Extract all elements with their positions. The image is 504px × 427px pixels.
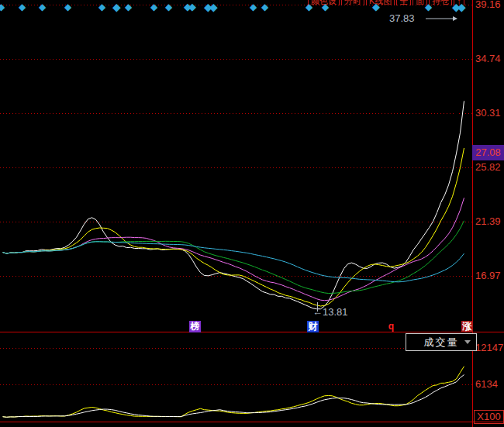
- overlay-shortcut-涨[interactable]: 涨: [461, 321, 473, 332]
- volume-bar: [215, 412, 217, 422]
- volume-bar: [48, 417, 50, 422]
- volume-bar: [381, 406, 384, 422]
- volume-bar: [219, 412, 221, 422]
- volume-bar: [126, 416, 128, 422]
- volume-bar: [444, 385, 446, 422]
- volume-bar: [91, 408, 93, 422]
- volume-bar: [327, 398, 330, 422]
- volume-bar: [459, 350, 461, 422]
- toolbar-button-clipped[interactable]: 持仓: [429, 0, 452, 5]
- volume-bar: [5, 418, 8, 422]
- volume-bar: [242, 414, 244, 422]
- chart-canvas[interactable]: [0, 0, 504, 427]
- marker-diamond-icon: ◆: [457, 2, 466, 12]
- marker-diamond-icon: ◆: [165, 2, 172, 12]
- volume-bar: [347, 405, 349, 422]
- marker-diamond-icon: ◆: [125, 2, 132, 12]
- volume-axis-label: 6134: [475, 379, 498, 390]
- toolbar-button-row: 颜色设分时K线图全面持仓↑: [308, 0, 473, 5]
- volume-bar: [141, 416, 143, 422]
- volume-bar: [114, 414, 116, 422]
- volume-axis-label: 12147: [475, 343, 503, 353]
- volume-bar: [393, 407, 395, 422]
- volume-bar: [98, 412, 101, 422]
- marker-diamond-icon: ◆: [261, 2, 268, 12]
- volume-bar: [288, 406, 291, 422]
- marker-diamond-icon: ◆: [188, 2, 196, 12]
- marker-diamond-icon: ◆: [250, 2, 257, 12]
- volume-bar: [463, 354, 465, 422]
- volume-bar: [2, 417, 4, 422]
- price-axis-label: 30.31: [475, 108, 501, 119]
- volume-bar: [168, 417, 171, 422]
- volume-bar: [378, 405, 380, 422]
- volume-bar: [195, 411, 198, 422]
- marker-diamond-icon: ◆: [322, 2, 329, 12]
- volume-bar: [110, 413, 112, 422]
- volume-bar: [95, 410, 97, 422]
- volume-bar: [129, 416, 132, 422]
- volume-bar: [416, 387, 419, 422]
- volume-bar: [71, 410, 74, 422]
- volume-bar: [172, 417, 174, 422]
- volume-bar: [211, 412, 213, 422]
- volume-indicator-dropdown[interactable]: 成交量: [406, 333, 477, 351]
- volume-bar: [184, 405, 186, 422]
- current-price-tag: 27.08: [472, 145, 504, 160]
- price-axis-label: 21.39: [475, 216, 501, 227]
- marker-diamond-icon: ◆: [64, 2, 71, 12]
- overlay-shortcut-q[interactable]: q: [385, 321, 397, 332]
- overlay-shortcut-榜[interactable]: 榜: [189, 321, 201, 332]
- volume-unit-label: X100: [474, 410, 504, 424]
- volume-bar: [254, 412, 256, 422]
- volume-bar: [223, 413, 225, 422]
- volume-bar: [354, 405, 357, 422]
- volume-bar: [157, 416, 159, 422]
- volume-bar: [432, 381, 434, 422]
- volume-bar: [149, 417, 151, 422]
- volume-bar: [153, 416, 155, 422]
- volume-bar: [67, 412, 70, 422]
- volume-indicator-label: 成交量: [424, 336, 459, 350]
- volume-bar: [447, 380, 450, 422]
- volume-bar: [21, 416, 23, 422]
- marker-diamond-icon: ◆: [39, 2, 46, 12]
- volume-bar: [52, 416, 54, 422]
- toolbar-button-clipped[interactable]: 分时: [341, 0, 364, 5]
- top-toolbar-clipped[interactable]: 颜色设分时K线图全面持仓↑: [308, 0, 473, 5]
- volume-bar: [44, 416, 47, 422]
- toolbar-button-clipped[interactable]: K线图: [366, 0, 395, 5]
- volume-bar: [335, 401, 337, 422]
- volume-bar: [358, 406, 361, 422]
- volume-bar: [106, 412, 109, 422]
- volume-bar: [370, 403, 372, 422]
- price-axis-label: 16.97: [475, 270, 501, 281]
- marker-diamond-icon: ◆: [425, 2, 432, 12]
- volume-bar: [33, 417, 35, 422]
- volume-bar: [145, 417, 147, 422]
- annotation-low-price: ←13.81: [312, 307, 348, 318]
- volume-bar: [234, 414, 236, 422]
- volume-bar: [118, 416, 120, 422]
- volume-bar: [60, 416, 62, 422]
- chevron-down-icon: [464, 340, 471, 344]
- toolbar-button-clipped[interactable]: 全: [396, 0, 411, 5]
- gridlines: [0, 5, 472, 385]
- volume-bar: [331, 398, 333, 422]
- volume-bar: [13, 418, 16, 422]
- volume-bar: [137, 416, 140, 422]
- volume-bar: [409, 395, 411, 422]
- marker-diamond-icon: ◆: [112, 2, 121, 12]
- volume-bar: [238, 413, 240, 422]
- volume-bar: [350, 406, 353, 422]
- volume-bar: [374, 404, 376, 422]
- overlay-shortcut-财[interactable]: 财: [307, 321, 319, 332]
- price-axis-label: 34.74: [475, 53, 501, 64]
- candlestick-layer: [2, 8, 465, 422]
- volume-bar: [401, 404, 403, 422]
- volume-bar: [428, 384, 430, 422]
- volume-bar: [17, 415, 19, 422]
- volume-bar: [397, 405, 399, 422]
- marker-diamond-icon: ◆: [19, 2, 26, 12]
- volume-bar: [122, 416, 124, 422]
